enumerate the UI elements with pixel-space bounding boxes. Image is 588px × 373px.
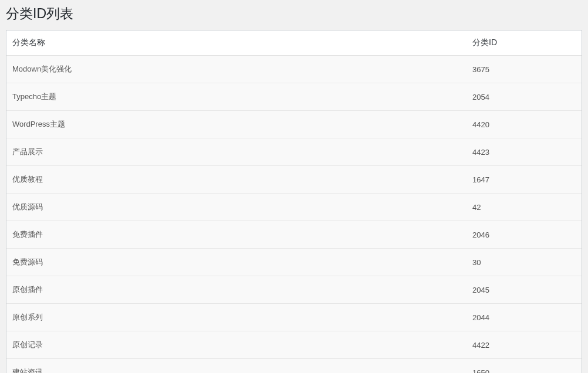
table-row: 原创记录4422 bbox=[6, 331, 582, 359]
cell-category-id: 1650 bbox=[467, 359, 582, 374]
column-header-id: 分类ID bbox=[467, 30, 582, 56]
cell-category-name: 优质源码 bbox=[6, 194, 467, 221]
cell-category-id: 2054 bbox=[467, 83, 582, 111]
cell-category-name: 原创系列 bbox=[6, 304, 467, 331]
cell-category-id: 2045 bbox=[467, 276, 582, 304]
cell-category-name: Modown美化强化 bbox=[6, 56, 467, 83]
cell-category-id: 30 bbox=[467, 249, 582, 276]
cell-category-id: 4420 bbox=[467, 111, 582, 138]
cell-category-id: 4422 bbox=[467, 331, 582, 359]
page-title: 分类ID列表 bbox=[6, 0, 582, 30]
cell-category-id: 2044 bbox=[467, 304, 582, 331]
cell-category-name: 免费源码 bbox=[6, 249, 467, 276]
cell-category-name: 产品展示 bbox=[6, 138, 467, 166]
column-header-name: 分类名称 bbox=[6, 30, 467, 56]
cell-category-name: 原创记录 bbox=[6, 331, 467, 359]
table-row: WordPress主题4420 bbox=[6, 111, 582, 138]
cell-category-name: 免费插件 bbox=[6, 221, 467, 249]
table-row: 优质教程1647 bbox=[6, 166, 582, 194]
cell-category-name: 优质教程 bbox=[6, 166, 467, 194]
cell-category-name: 原创插件 bbox=[6, 276, 467, 304]
cell-category-id: 2046 bbox=[467, 221, 582, 249]
table-row: 优质源码42 bbox=[6, 194, 582, 221]
table-row: 免费插件2046 bbox=[6, 221, 582, 249]
cell-category-id: 4423 bbox=[467, 138, 582, 166]
cell-category-name: WordPress主题 bbox=[6, 111, 467, 138]
table-header-row: 分类名称 分类ID bbox=[6, 30, 582, 56]
table-row: 原创插件2045 bbox=[6, 276, 582, 304]
cell-category-id: 1647 bbox=[467, 166, 582, 194]
cell-category-id: 3675 bbox=[467, 56, 582, 83]
table-row: 建站资讯1650 bbox=[6, 359, 582, 374]
table-row: 免费源码30 bbox=[6, 249, 582, 276]
table-row: Modown美化强化3675 bbox=[6, 56, 582, 83]
cell-category-id: 42 bbox=[467, 194, 582, 221]
cell-category-name: Typecho主题 bbox=[6, 83, 467, 111]
table-row: 原创系列2044 bbox=[6, 304, 582, 331]
category-id-table: 分类名称 分类ID Modown美化强化3675Typecho主题2054Wor… bbox=[6, 30, 582, 373]
table-row: Typecho主题2054 bbox=[6, 83, 582, 111]
table-row: 产品展示4423 bbox=[6, 138, 582, 166]
cell-category-name: 建站资讯 bbox=[6, 359, 467, 374]
